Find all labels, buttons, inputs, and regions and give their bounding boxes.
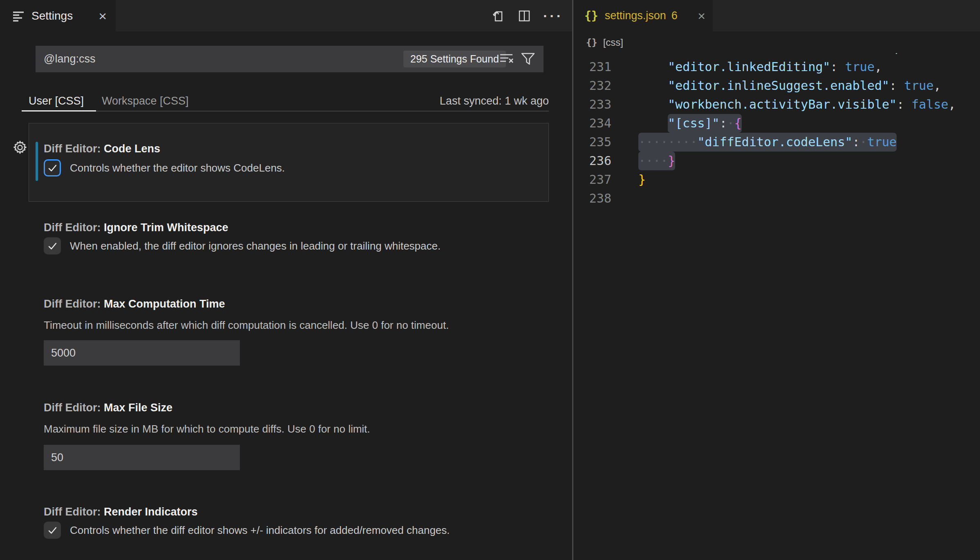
code-token-key: "editor.inlineSuggest.enabled"	[668, 78, 889, 93]
left-tab-bar: Settings × ·	[0, 0, 572, 31]
code-token-key: "editor.linkedEditing"	[668, 60, 830, 74]
tab-workspace-css[interactable]: Workspace [CSS]	[102, 91, 189, 110]
setting-label: Code Lens	[104, 143, 160, 155]
setting-checkbox[interactable]	[44, 522, 61, 539]
json-symbol-icon: {}	[586, 37, 597, 48]
code-token-brace1: }	[638, 172, 646, 187]
tab-settings[interactable]: Settings ×	[0, 0, 116, 31]
code-token-ws	[638, 60, 668, 74]
clear-search-icon[interactable]	[499, 52, 514, 66]
code-line[interactable]: 232 "editor.inlineSuggest.enabled": true…	[573, 76, 980, 95]
setting-title: Diff Editor: Code Lens	[44, 142, 160, 156]
setting-category: Diff Editor:	[44, 402, 104, 414]
setting-title: Diff Editor: Render Indicators	[44, 505, 198, 519]
code-line[interactable]: 236····}	[573, 152, 980, 170]
code-token-punct: :	[830, 60, 845, 74]
close-json-tab-icon[interactable]: ×	[698, 9, 705, 22]
tab-settings-label: Settings	[31, 9, 73, 22]
code-line[interactable]: 235········"diffEditor.codeLens":·true	[573, 133, 980, 152]
setting-checkbox-row: When enabled, the diff editor ignores ch…	[44, 237, 441, 254]
editor-group-sash[interactable]	[572, 0, 573, 560]
code-token-punct: ,	[949, 97, 956, 112]
setting-label: Max Computation Time	[104, 298, 225, 310]
code-line-content: "editor.linkedEditing": true,	[638, 58, 882, 76]
right-tab-bar: {} settings.json 6 ×	[573, 0, 980, 31]
last-synced-label: Last synced: 1 wk ago	[440, 91, 549, 110]
setting-value-input[interactable]	[44, 340, 240, 366]
setting-label: Render Indicators	[104, 506, 198, 518]
code-token-punct: :	[889, 78, 904, 93]
line-number: 231	[573, 58, 611, 76]
selection-highlight: ········"diffEditor.codeLens":·true	[638, 133, 897, 152]
settings-search-input[interactable]: @lang:css 295 Settings Found	[36, 46, 544, 72]
code-line[interactable]: 233 "workbench.activityBar.visible": fal…	[573, 95, 980, 114]
code-token-bool: true	[867, 135, 897, 149]
code-token-ws	[638, 116, 668, 130]
setting-checkbox[interactable]	[44, 159, 61, 176]
setting-description: Maximum file size in MB for which to com…	[44, 422, 370, 436]
code-line[interactable]: 238	[573, 189, 980, 208]
code-token-key: "[css]"	[668, 116, 719, 130]
tab-settings-json[interactable]: {} settings.json 6 ×	[573, 0, 713, 31]
code-line-content: "editor.inlineSuggest.enabled": true,	[638, 76, 941, 95]
code-token-dots: ·	[860, 135, 867, 149]
setting-checkbox-row: Controls whether the editor shows CodeLe…	[44, 159, 285, 176]
setting-description: Controls whether the editor shows CodeLe…	[70, 162, 285, 174]
code-token-bool: false	[911, 97, 948, 112]
code-line-content: ····}	[638, 152, 675, 170]
line-number: 235	[573, 133, 611, 152]
settings-editor-group: Settings × ·	[0, 0, 572, 560]
setting-category: Diff Editor:	[44, 221, 104, 234]
code-editor[interactable]: ,231 "editor.linkedEditing": true,232 "e…	[573, 0, 980, 560]
line-number: 238	[573, 189, 611, 208]
check-icon	[47, 241, 58, 252]
setting-description: When enabled, the diff editor ignores ch…	[70, 240, 441, 252]
code-token-brace2: {	[734, 116, 742, 130]
setting-description: Timeout in milliseconds after which diff…	[44, 318, 449, 332]
code-token-key: "workbench.activityBar.visible"	[668, 97, 897, 112]
code-line[interactable]: 234 "[css]":·{	[573, 114, 980, 133]
code-token-punct: :	[852, 135, 860, 149]
code-token-bool: true	[904, 78, 933, 93]
breadcrumb-segment[interactable]: [css]	[603, 37, 623, 48]
line-number: 237	[573, 170, 611, 189]
setting-value-input[interactable]	[44, 445, 240, 470]
setting-title: Diff Editor: Max File Size	[44, 401, 172, 415]
setting-checkbox-row: Controls whether the diff editor shows +…	[44, 522, 450, 539]
problems-count-badge: 6	[671, 9, 678, 22]
code-line-content: }	[638, 170, 646, 189]
more-actions-icon[interactable]: ···	[543, 12, 563, 20]
split-editor-icon[interactable]	[518, 9, 531, 22]
setting-checkbox[interactable]	[44, 237, 61, 254]
tab-user-css[interactable]: User [CSS]	[29, 91, 84, 110]
editor-toolbar: ···	[492, 0, 563, 31]
setting-description: Controls whether the diff editor shows +…	[70, 524, 450, 537]
code-line[interactable]: 231 "editor.linkedEditing": true,	[573, 58, 980, 76]
settings-tab-icon	[12, 10, 25, 22]
settings-count-badge: 295 Settings Found	[403, 51, 506, 67]
active-scope-underline	[22, 110, 96, 112]
setting-gear-icon[interactable]	[12, 140, 28, 155]
setting-category: Diff Editor:	[44, 298, 104, 310]
scope-tabs-divider	[22, 111, 549, 112]
line-number: 233	[573, 95, 611, 114]
breadcrumb: {} [css]	[573, 31, 980, 53]
code-token-dots: ····	[638, 154, 668, 168]
code-line[interactable]: 237}	[573, 170, 980, 189]
selection-highlight: "[css]":·{	[668, 114, 742, 133]
filter-icon[interactable]	[521, 52, 535, 66]
line-number: 236	[573, 152, 611, 170]
check-icon	[47, 163, 58, 174]
code-token-punct: :	[897, 97, 911, 112]
code-token-key: "diffEditor.codeLens"	[698, 135, 852, 149]
code-line-content: "workbench.activityBar.visible": false,	[638, 95, 956, 114]
search-query-text: @lang:css	[44, 46, 95, 72]
code-token-punct: :	[720, 116, 727, 130]
close-settings-tab-icon[interactable]: ×	[98, 9, 107, 23]
json-editor-group: ,231 "editor.linkedEditing": true,232 "e…	[573, 0, 980, 560]
setting-title: Diff Editor: Ignore Trim Whitespace	[44, 221, 228, 234]
code-token-dots: ········	[638, 135, 698, 149]
code-line-content: "[css]":·{	[638, 114, 742, 133]
open-settings-json-icon[interactable]	[492, 9, 506, 23]
setting-title: Diff Editor: Max Computation Time	[44, 297, 225, 311]
